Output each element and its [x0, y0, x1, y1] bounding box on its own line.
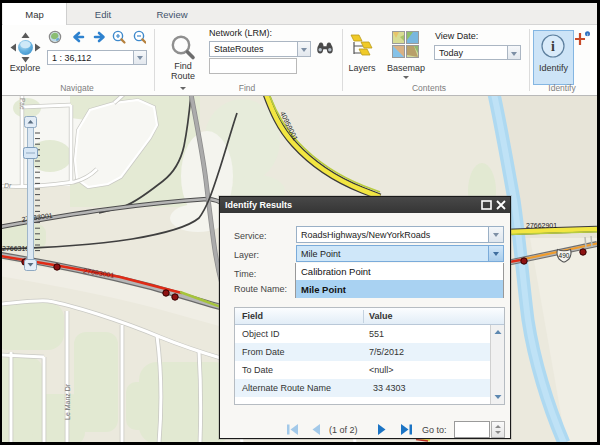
svg-text:Dr: Dr	[4, 182, 12, 189]
svg-text:490: 490	[559, 252, 570, 259]
svg-text:Pae: Pae	[19, 98, 26, 110]
svg-text:27662901: 27662901	[526, 222, 557, 229]
svg-text:i: i	[551, 39, 555, 54]
svg-text:Le Manz Dr: Le Manz Dr	[64, 383, 71, 420]
